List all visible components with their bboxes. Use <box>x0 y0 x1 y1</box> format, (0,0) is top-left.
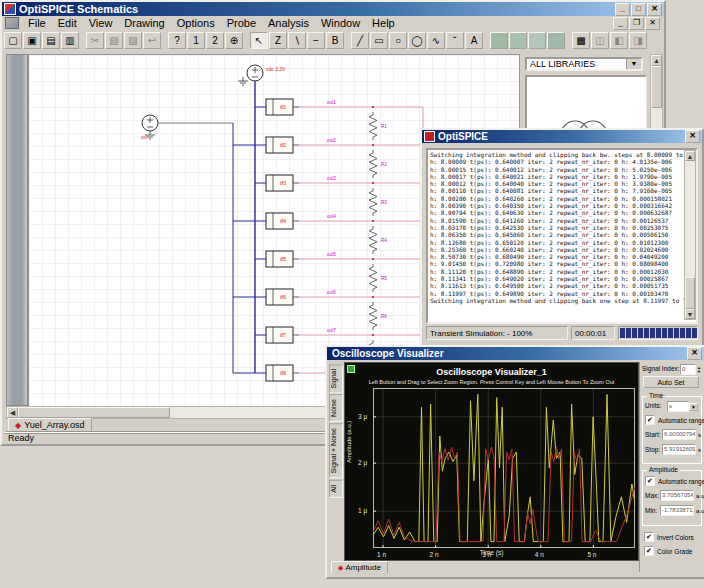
align1-button[interactable]: ◫ <box>591 32 609 49</box>
schematic-source[interactable] <box>142 115 158 131</box>
scope-bottom-tab[interactable]: ◆ Amplitude <box>331 561 388 573</box>
schematic-block[interactable]: tff3 <box>266 175 293 191</box>
menu-item[interactable]: Window <box>315 17 366 29</box>
menu-item[interactable]: Probe <box>221 17 262 29</box>
align2-button[interactable]: ◧ <box>610 32 628 49</box>
sep[interactable] <box>345 32 350 49</box>
circle-button[interactable]: ○ <box>389 32 407 49</box>
library-selector[interactable]: ALL LIBRARIES ▼ <box>525 57 643 71</box>
polyline-button[interactable]: ∿ <box>427 32 445 49</box>
document-tab[interactable]: ◆ Yuel_Array.osd <box>8 418 92 431</box>
menu-item[interactable]: Edit <box>52 17 83 29</box>
layer1-button[interactable] <box>490 32 508 49</box>
time-auto-range-checkbox[interactable]: ✔ <box>645 415 655 425</box>
scope-tab[interactable]: Signal + Noise <box>329 423 343 478</box>
bold-button[interactable]: B <box>326 32 344 49</box>
schematic-resistor[interactable] <box>369 302 377 330</box>
ellipse-button[interactable]: ◯ <box>408 32 426 49</box>
sep[interactable] <box>244 32 249 49</box>
copy-button[interactable]: ▧ <box>105 32 123 49</box>
layer2-button[interactable] <box>509 32 527 49</box>
save-button[interactable]: ▤ <box>42 32 60 49</box>
dash-button[interactable]: − <box>307 32 325 49</box>
auto-set-button[interactable]: Auto Set <box>643 376 699 388</box>
menu-item[interactable]: Drawing <box>118 17 170 29</box>
main-titlebar[interactable]: OptiSPICE Schematics _ □ ✕ <box>2 2 664 16</box>
log-scrollbar[interactable]: ▲ ▼ <box>684 150 696 320</box>
schematic-resistor[interactable] <box>369 112 377 140</box>
signal-index-input[interactable]: 0 <box>680 364 696 375</box>
signal-index-spinner[interactable]: ▲▼ <box>697 366 701 374</box>
dialog-close-button[interactable]: ✕ <box>685 130 700 143</box>
paste-button[interactable]: ▨ <box>124 32 142 49</box>
schematic-resistor[interactable] <box>369 226 377 254</box>
child-restore-button[interactable]: ❐ <box>629 17 644 30</box>
vscroll-thumb[interactable] <box>651 66 662 108</box>
page1-button[interactable]: 1 <box>187 32 205 49</box>
invert-colors-checkbox[interactable]: ✔ <box>644 532 654 542</box>
simulation-log[interactable]: Switching integration method and clippin… <box>426 148 698 324</box>
menu-item[interactable]: Analysis <box>262 17 315 29</box>
open-button[interactable]: ▣ <box>23 32 41 49</box>
log-scroll-up-icon[interactable]: ▲ <box>685 151 695 161</box>
schematic-resistor[interactable] <box>369 188 377 216</box>
menu-item[interactable]: Options <box>171 17 221 29</box>
minimize-button[interactable]: _ <box>615 3 630 16</box>
schematic-resistor[interactable] <box>369 150 377 178</box>
child-minimize-button[interactable]: _ <box>613 17 628 30</box>
amplitude-auto-range-checkbox[interactable]: ✔ <box>645 476 655 486</box>
layer3-button[interactable] <box>528 32 546 49</box>
log-scroll-thumb[interactable] <box>685 277 695 309</box>
print-button[interactable]: ▥ <box>61 32 79 49</box>
scope-tab[interactable]: All <box>329 480 343 498</box>
arc-button[interactable]: ˘ <box>446 32 464 49</box>
close-button[interactable]: ✕ <box>647 3 662 16</box>
scope-plot-region[interactable]: Oscilloscope Visualizer_1 Left Button an… <box>344 362 639 561</box>
stop-input[interactable]: 5.91912609e-009 <box>662 444 696 455</box>
undo-button[interactable]: ↩ <box>143 32 161 49</box>
units-select[interactable]: s <box>667 401 689 412</box>
menu-item[interactable]: File <box>22 17 52 29</box>
oscilloscope-titlebar[interactable]: Oscilloscope Visualizer ✕ <box>327 347 704 360</box>
child-close-button[interactable]: ✕ <box>645 17 660 30</box>
scroll-up-icon[interactable]: ▲ <box>651 55 662 66</box>
schematic-block[interactable]: tff7 <box>266 327 293 343</box>
new-button[interactable]: ▢ <box>4 32 22 49</box>
hscroll-thumb[interactable] <box>18 407 170 418</box>
schematic-block[interactable]: tff4 <box>266 213 293 229</box>
zoom-button[interactable]: ⊕ <box>225 32 243 49</box>
text-button[interactable]: A <box>465 32 483 49</box>
schematic-block[interactable]: tff5 <box>266 251 293 267</box>
units-dropdown-icon[interactable]: ▼ <box>689 403 698 411</box>
sep[interactable] <box>484 32 489 49</box>
schematic-source[interactable] <box>247 65 263 81</box>
select-button[interactable]: ↖ <box>250 32 268 49</box>
cut-button[interactable]: ✂ <box>86 32 104 49</box>
oscilloscope-close-button[interactable]: ✕ <box>687 347 702 360</box>
wire-button[interactable]: Z <box>269 32 287 49</box>
schematic-block[interactable]: tff1 <box>266 99 293 115</box>
min-input[interactable]: -1.78338711e-006 <box>660 505 694 516</box>
bus-button[interactable]: ∖ <box>288 32 306 49</box>
layer4-button[interactable] <box>547 32 565 49</box>
sep[interactable] <box>566 32 571 49</box>
chevron-down-icon[interactable]: ▼ <box>626 59 641 69</box>
schematic-block[interactable]: tff2 <box>266 137 293 153</box>
schematic-resistor[interactable] <box>369 264 377 292</box>
max-input[interactable]: 3.70567054e-006 <box>660 490 694 501</box>
page2-button[interactable]: 2 <box>206 32 224 49</box>
scroll-left-icon[interactable]: ◀ <box>7 407 18 418</box>
scope-tab[interactable]: Signal <box>329 364 343 393</box>
maximize-button[interactable]: □ <box>631 3 646 16</box>
align3-button[interactable]: ◨ <box>629 32 647 49</box>
image-button[interactable]: ▩ <box>572 32 590 49</box>
help-button[interactable]: ? <box>168 32 186 49</box>
schematic-block[interactable]: tff8 <box>266 365 293 381</box>
line-button[interactable]: ╱ <box>351 32 369 49</box>
dialog-titlebar[interactable]: OptiSPICE ✕ <box>422 130 702 143</box>
schematic-block[interactable]: tff6 <box>266 289 293 305</box>
menu-item[interactable]: Help <box>366 17 401 29</box>
start-input[interactable]: 6.00000794e-010 <box>662 429 696 440</box>
color-grade-checkbox[interactable]: ✔ <box>644 546 654 556</box>
menu-item[interactable]: View <box>83 17 119 29</box>
